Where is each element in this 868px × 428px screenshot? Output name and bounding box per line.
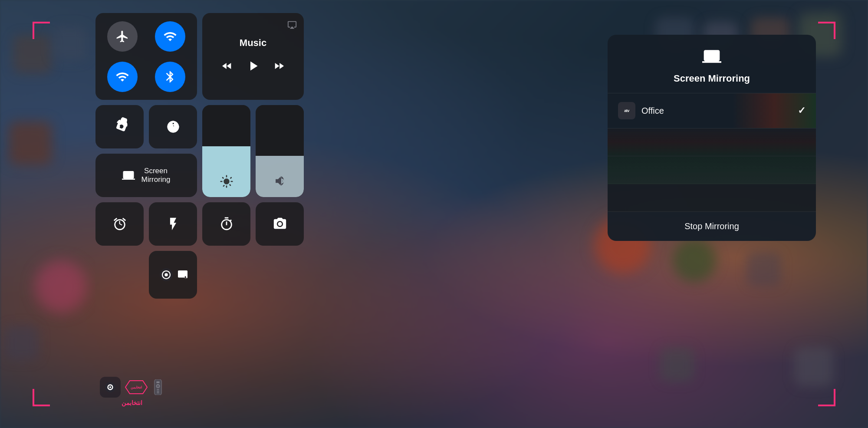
svg-point-12	[158, 385, 158, 386]
svg-rect-13	[157, 389, 159, 390]
apple-tv-badge-label: atv	[624, 109, 629, 113]
svg-text:انتخابمن: انتخابمن	[131, 385, 142, 389]
selected-checkmark: ✓	[798, 105, 806, 116]
mirroring-popup-header: Screen Mirroring	[608, 35, 816, 93]
screen-mirroring-panel: Screen Mirroring atv Office ✓ Stop Mirro…	[608, 35, 816, 241]
timer-button[interactable]	[202, 202, 250, 246]
svg-rect-14	[157, 391, 159, 392]
mirroring-popup: Screen Mirroring atv Office ✓ Stop Mirro…	[608, 35, 816, 241]
watermark-logo: انتخابمن	[123, 379, 149, 396]
apple-tv-button[interactable]	[149, 251, 197, 299]
fast-forward-button[interactable]	[273, 60, 285, 74]
bg-apps-left	[0, 0, 95, 428]
svg-point-0	[278, 222, 282, 226]
device-row-office[interactable]: atv Office ✓	[608, 93, 816, 128]
screen-mirroring-label: ScreenMirroring	[141, 167, 170, 184]
bluetooth-button[interactable]	[155, 62, 185, 92]
watermark-icon	[100, 377, 121, 398]
stop-mirroring-button[interactable]: Stop Mirroring	[608, 212, 816, 241]
airplane-mode-button[interactable]	[107, 21, 138, 52]
svg-rect-10	[156, 382, 159, 383]
mirroring-popup-title: Screen Mirroring	[674, 73, 750, 84]
mirroring-popup-icon	[702, 47, 721, 68]
play-button[interactable]	[245, 58, 261, 76]
svg-rect-15	[157, 392, 159, 393]
connectivity-block	[95, 13, 197, 100]
brightness-icon	[220, 174, 233, 190]
empty-row-2	[608, 156, 816, 184]
orientation-lock-button[interactable]	[95, 105, 144, 148]
watermark-text: انتخابمن	[122, 399, 142, 406]
svg-point-6	[109, 386, 111, 388]
control-center-panel: Music	[95, 13, 304, 299]
watermark: انتخابمن انتخابمن	[100, 377, 164, 406]
rewind-button[interactable]	[221, 60, 233, 74]
flashlight-button[interactable]	[149, 202, 197, 246]
corner-bl	[33, 389, 50, 406]
alarm-button[interactable]	[95, 202, 144, 246]
apple-tv-content	[158, 267, 188, 283]
screen-mirroring-button[interactable]: ScreenMirroring	[95, 154, 197, 197]
stop-mirroring-label: Stop Mirroring	[684, 221, 739, 231]
remote-icon	[152, 379, 164, 395]
airplay-icon[interactable]	[287, 20, 297, 31]
volume-slider[interactable]	[256, 105, 304, 197]
svg-point-3	[164, 273, 168, 277]
volume-fill-top	[256, 105, 304, 156]
volume-icon	[273, 174, 287, 190]
wifi-calling-button[interactable]	[155, 21, 185, 52]
brightness-fill-top	[202, 105, 250, 146]
empty-row-1	[608, 128, 816, 156]
wifi-button[interactable]	[107, 62, 138, 92]
corner-tr	[818, 22, 835, 39]
apple-tv-badge: atv	[618, 102, 635, 119]
device-name-office: Office	[641, 106, 798, 116]
music-title: Music	[240, 37, 266, 49]
corner-br	[818, 389, 835, 406]
empty-row-3	[608, 184, 816, 212]
brightness-slider[interactable]	[202, 105, 250, 197]
cc-grid: Music	[95, 13, 304, 299]
do-not-disturb-button[interactable]	[149, 105, 197, 148]
music-controls	[221, 58, 285, 76]
corner-tl	[33, 22, 50, 39]
camera-button[interactable]	[256, 202, 304, 246]
empty-device-rows	[608, 128, 816, 212]
music-block: Music	[202, 13, 304, 100]
